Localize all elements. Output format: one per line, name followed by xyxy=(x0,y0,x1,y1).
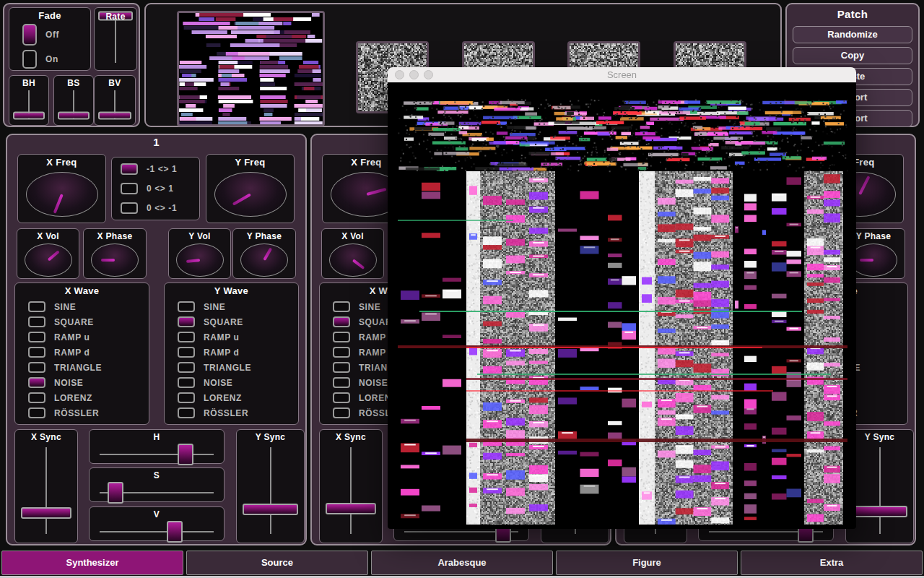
bs-slider[interactable]: BS xyxy=(53,75,94,126)
x-wave-checkbox[interactable] xyxy=(28,332,45,342)
screen-window-titlebar[interactable]: Screen xyxy=(388,67,856,82)
y-wave-checkbox[interactable] xyxy=(178,332,195,342)
x-vol-needle xyxy=(47,250,59,261)
range-option-positive[interactable]: 0 <> 1 xyxy=(121,183,174,194)
y-wave-item[interactable]: RAMP d xyxy=(178,347,239,358)
y-wave-checkbox[interactable] xyxy=(178,362,195,373)
x-wave-item[interactable]: RAMP u xyxy=(28,332,90,342)
y-wave-checkbox[interactable] xyxy=(178,392,195,403)
x-wave-checkbox[interactable] xyxy=(333,347,350,358)
x-vol-knob[interactable]: X Vol xyxy=(17,228,79,279)
x-wave-checkbox[interactable] xyxy=(28,347,45,358)
x-vol-dial[interactable] xyxy=(25,243,72,277)
fade-option-on[interactable]: On xyxy=(22,50,58,69)
y-phase-dial[interactable] xyxy=(240,243,288,277)
range-bipolar-checkbox[interactable] xyxy=(121,163,138,175)
x-wave-item[interactable]: LORENZ xyxy=(28,392,92,403)
y-wave-item[interactable]: LORENZ xyxy=(178,392,242,403)
x-wave-checkbox[interactable] xyxy=(333,407,350,418)
x-wave-item[interactable]: NOISE xyxy=(28,377,83,388)
x-wave-checkbox[interactable] xyxy=(333,316,350,327)
range-option-bipolar[interactable]: -1 <> 1 xyxy=(121,163,177,175)
y-wave-item[interactable]: NOISE xyxy=(178,377,232,388)
y-freq-knob[interactable]: Y Freq xyxy=(206,154,295,223)
x-wave-item[interactable]: NOISE xyxy=(333,377,388,388)
y-wave-item[interactable]: RAMP u xyxy=(178,332,239,342)
x-vol-dial[interactable] xyxy=(329,243,377,277)
x-freq-knob[interactable]: X Freq xyxy=(17,154,106,223)
x-wave-checkbox[interactable] xyxy=(28,362,45,373)
tab-extra[interactable]: Extra xyxy=(741,551,923,575)
fade-off-toggle[interactable] xyxy=(22,24,37,46)
tab-arabesque[interactable]: Arabesque xyxy=(371,551,553,575)
randomize-button[interactable]: Randomize xyxy=(793,26,912,43)
v-handle[interactable] xyxy=(167,521,183,543)
y-sync-handle[interactable] xyxy=(243,504,298,515)
x-wave-checkbox[interactable] xyxy=(333,362,350,373)
rate-slider[interactable]: Rate xyxy=(94,7,137,71)
h-handle[interactable] xyxy=(178,444,193,465)
x-sync-handle[interactable] xyxy=(21,507,71,519)
x-sync-slider[interactable]: X Sync xyxy=(14,429,78,543)
fade-option-off[interactable]: Off xyxy=(22,24,59,46)
y-freq-dial[interactable] xyxy=(214,172,287,217)
tab-source[interactable]: Source xyxy=(186,551,368,575)
x-sync-handle[interactable] xyxy=(326,503,376,514)
tab-synthesizer[interactable]: Synthesizer xyxy=(1,551,183,575)
fade-on-toggle[interactable] xyxy=(22,50,37,69)
x-sync-slider[interactable]: X Sync xyxy=(319,429,383,543)
x-vol-knob[interactable]: X Vol xyxy=(321,228,384,279)
x-wave-item[interactable]: SQUARE xyxy=(28,316,94,327)
y-vol-knob[interactable]: Y Vol xyxy=(168,228,231,279)
x-freq-dial[interactable] xyxy=(26,172,98,217)
bv-slider[interactable]: BV xyxy=(94,75,136,126)
y-wave-checkbox[interactable] xyxy=(178,316,195,327)
x-wave-item[interactable]: RAMP d xyxy=(28,347,90,358)
range-negative-checkbox[interactable] xyxy=(121,202,138,214)
x-wave-item[interactable]: RAMP u xyxy=(333,332,394,342)
v-slider[interactable]: V xyxy=(89,506,225,541)
x-wave-item[interactable]: RAMP d xyxy=(333,347,394,358)
x-wave-checkbox[interactable] xyxy=(28,392,45,403)
x-wave-checkbox[interactable] xyxy=(28,377,45,388)
y-wave-checkbox[interactable] xyxy=(178,301,195,312)
s-handle[interactable] xyxy=(108,482,123,504)
y-wave-checkbox[interactable] xyxy=(178,347,195,358)
s-slider[interactable]: S xyxy=(89,467,225,502)
x-wave-checkbox[interactable] xyxy=(28,301,45,312)
x-wave-item[interactable]: SINE xyxy=(28,301,76,312)
range-positive-checkbox[interactable] xyxy=(121,183,138,194)
bs-handle[interactable] xyxy=(58,112,90,120)
y-wave-checkbox[interactable] xyxy=(178,407,195,418)
tab-figure[interactable]: Figure xyxy=(556,551,738,575)
y-wave-checkbox[interactable] xyxy=(178,377,195,388)
x-wave-checkbox[interactable] xyxy=(28,316,45,327)
range-option-negative[interactable]: 0 <> -1 xyxy=(121,202,177,214)
bh-handle[interactable] xyxy=(13,112,45,120)
y-wave-item[interactable]: RÖSSLER xyxy=(178,407,248,418)
y-sync-handle[interactable] xyxy=(852,506,907,517)
y-wave-item[interactable]: SINE xyxy=(178,301,225,312)
x-phase-knob[interactable]: X Phase xyxy=(83,228,147,279)
y-sync-slider[interactable]: Y Sync xyxy=(236,429,305,543)
copy-button[interactable]: Copy xyxy=(793,47,912,64)
x-wave-checkbox[interactable] xyxy=(28,407,45,418)
bv-handle[interactable] xyxy=(98,112,131,120)
bh-slider[interactable]: BH xyxy=(9,75,49,126)
output-preview[interactable] xyxy=(177,11,325,126)
x-wave-item[interactable]: SINE xyxy=(333,301,380,312)
x-wave-checkbox[interactable] xyxy=(333,332,350,342)
x-wave-checkbox[interactable] xyxy=(333,377,350,388)
x-wave-item[interactable]: TRIANGLE xyxy=(28,362,102,373)
x-wave-checkbox[interactable] xyxy=(333,392,350,403)
y-vol-dial[interactable] xyxy=(176,243,224,277)
y-phase-dial[interactable] xyxy=(850,243,897,277)
x-phase-dial[interactable] xyxy=(91,243,139,277)
x-wave-item[interactable]: RÖSSLER xyxy=(28,407,99,418)
y-wave-item[interactable]: TRIANGLE xyxy=(178,362,251,373)
screen-window[interactable]: Screen xyxy=(388,67,856,529)
h-slider[interactable]: H xyxy=(89,429,225,464)
y-wave-item[interactable]: SQUARE xyxy=(178,316,243,327)
y-phase-knob[interactable]: Y Phase xyxy=(232,228,296,279)
x-wave-checkbox[interactable] xyxy=(333,301,350,312)
